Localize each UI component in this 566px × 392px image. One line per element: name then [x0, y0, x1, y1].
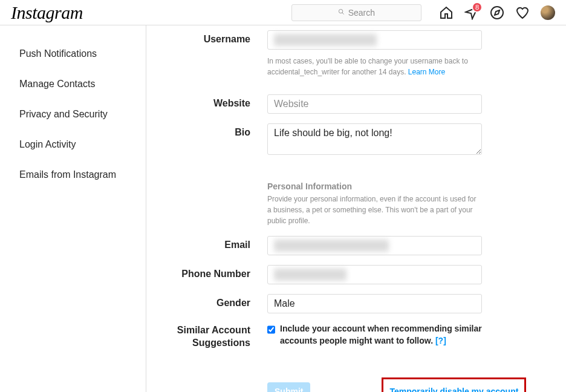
svg-marker-3 — [495, 10, 499, 15]
gender-field[interactable] — [267, 294, 482, 313]
email-row: Email — [171, 236, 542, 255]
sidebar-item-privacy-security[interactable]: Privacy and Security — [4, 99, 146, 129]
activity-icon[interactable] — [515, 5, 530, 20]
phone-row: Phone Number — [171, 265, 542, 284]
search-icon — [338, 8, 345, 17]
sidebar-item-manage-contacts[interactable]: Manage Contacts — [4, 69, 146, 99]
messages-icon[interactable]: 8 — [464, 5, 479, 20]
personal-info-title: Personal Information — [267, 181, 482, 191]
submit-button[interactable]: Submit — [267, 382, 310, 392]
instagram-logo[interactable]: Instagram — [11, 2, 83, 23]
sidebar-item-login-activity[interactable]: Login Activity — [4, 129, 146, 160]
similar-row: Similar AccountSuggestions Include your … — [171, 323, 542, 350]
search-placeholder: Search — [348, 8, 375, 18]
search-input[interactable]: Search — [291, 4, 421, 21]
disable-highlight: Temporarily disable my account — [382, 377, 526, 392]
bio-field[interactable] — [267, 123, 482, 155]
phone-label: Phone Number — [171, 265, 267, 279]
svg-point-2 — [491, 7, 503, 19]
email-label: Email — [171, 236, 267, 250]
username-field[interactable] — [267, 30, 482, 50]
gender-row: Gender — [171, 294, 542, 313]
actions-row-wrap: Submit Temporarily disable my account — [171, 359, 542, 392]
website-row: Website — [171, 94, 542, 114]
disable-account-link[interactable]: Temporarily disable my account — [387, 382, 521, 392]
similar-label: Similar AccountSuggestions — [171, 323, 267, 350]
website-field[interactable] — [267, 94, 482, 114]
bio-label: Bio — [171, 123, 267, 138]
home-icon[interactable] — [439, 5, 454, 20]
sidebar-item-emails[interactable]: Emails from Instagram — [4, 160, 146, 190]
notification-badge: 8 — [472, 2, 483, 13]
learn-more-link[interactable]: Learn More — [408, 68, 445, 76]
sidebar-item-push-notifications[interactable]: Push Notifications — [4, 39, 146, 69]
svg-point-0 — [339, 9, 342, 13]
search-container: Search — [291, 4, 421, 21]
header-bar: Instagram Search 8 — [0, 0, 566, 25]
gender-label: Gender — [171, 294, 267, 309]
avatar[interactable] — [541, 5, 555, 20]
similar-checkbox-label: Include your account when recommending s… — [280, 323, 482, 347]
bio-row: Bio Personal Information Provide your pe… — [171, 123, 542, 226]
username-label: Username — [171, 30, 267, 45]
username-row: Username In most cases, you'll be able t… — [171, 30, 542, 77]
phone-field[interactable] — [267, 265, 482, 284]
personal-info-sub: Provide your personal information, even … — [267, 194, 482, 226]
settings-sidebar: Push Notifications Manage Contacts Priva… — [4, 25, 146, 392]
similar-help-link[interactable]: [?] — [435, 336, 446, 345]
nav-icons: 8 — [439, 5, 555, 20]
similar-checkbox[interactable] — [267, 325, 275, 334]
website-label: Website — [171, 94, 267, 109]
svg-line-1 — [342, 12, 344, 14]
main-content: Push Notifications Manage Contacts Priva… — [0, 25, 566, 392]
username-help: In most cases, you'll be able to change … — [267, 56, 482, 77]
email-field[interactable] — [267, 236, 482, 255]
explore-icon[interactable] — [490, 5, 504, 20]
settings-form: Username In most cases, you'll be able t… — [146, 25, 566, 392]
